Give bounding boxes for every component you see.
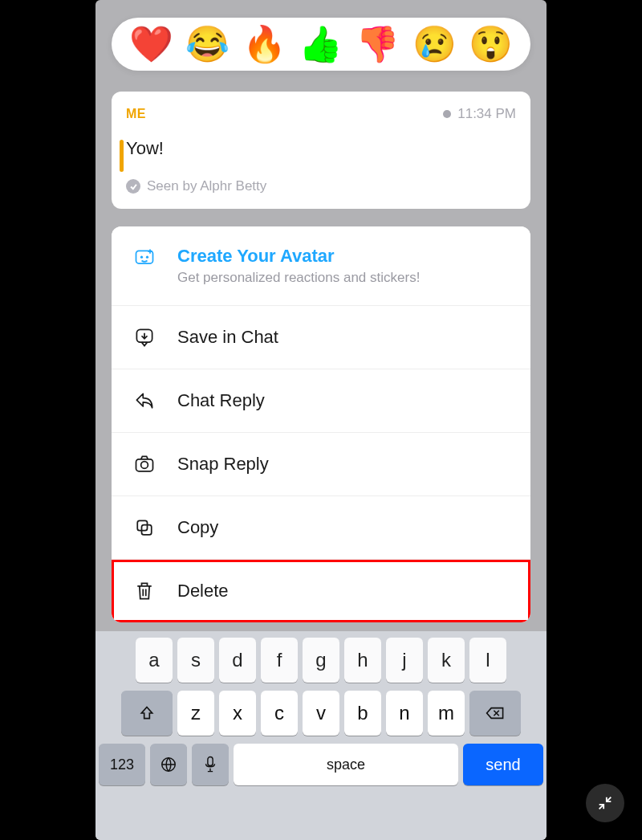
keyboard-row-3: 123 space send xyxy=(99,744,543,785)
keyboard-row-1: a s d f g h j k l xyxy=(99,638,543,683)
message-header: ME 11:34 PM xyxy=(126,106,516,122)
svg-point-5 xyxy=(141,462,148,469)
menu-create-avatar[interactable]: Create Your Avatar Get personalized reac… xyxy=(112,226,530,306)
save-icon xyxy=(132,325,156,349)
collapse-button[interactable] xyxy=(586,784,624,822)
key-m[interactable]: m xyxy=(428,691,465,736)
svg-rect-9 xyxy=(208,757,213,766)
reaction-heart[interactable]: ❤️ xyxy=(129,27,173,62)
avatar-subtitle: Get personalized reactions and stickers! xyxy=(177,270,420,286)
reaction-shocked[interactable]: 😲 xyxy=(469,27,513,62)
menu-label: Delete xyxy=(177,581,229,601)
message-text: Yow! xyxy=(126,138,516,159)
key-backspace[interactable] xyxy=(469,691,521,736)
key-x[interactable]: x xyxy=(219,691,256,736)
avatar-title: Create Your Avatar xyxy=(177,246,420,267)
menu-save-in-chat[interactable]: Save in Chat xyxy=(112,306,530,369)
menu-copy[interactable]: Copy xyxy=(112,496,530,560)
reaction-sad[interactable]: 😢 xyxy=(412,27,457,62)
key-v[interactable]: v xyxy=(303,691,339,736)
time-label: 11:34 PM xyxy=(457,106,516,122)
seen-label: Seen by Alphr Betty xyxy=(147,178,266,194)
key-s[interactable]: s xyxy=(177,638,214,683)
trash-icon xyxy=(132,579,156,603)
reaction-fire[interactable]: 🔥 xyxy=(242,27,286,62)
key-a[interactable]: a xyxy=(136,638,173,683)
avatar-icon xyxy=(132,246,156,270)
key-123[interactable]: 123 xyxy=(99,744,145,785)
menu-delete[interactable]: Delete xyxy=(112,560,530,622)
key-l[interactable]: l xyxy=(469,638,506,683)
key-n[interactable]: n xyxy=(386,691,423,736)
key-j[interactable]: j xyxy=(386,638,423,683)
menu-label: Copy xyxy=(177,517,218,538)
menu-label: Snap Reply xyxy=(177,454,269,475)
menu-label: Save in Chat xyxy=(177,327,278,348)
key-shift[interactable] xyxy=(121,691,173,736)
keyboard: a s d f g h j k l z x c v b n m 123 xyxy=(95,631,547,840)
key-d[interactable]: d xyxy=(219,638,256,683)
key-f[interactable]: f xyxy=(261,638,298,683)
svg-point-2 xyxy=(146,256,148,259)
menu-chat-reply[interactable]: Chat Reply xyxy=(112,369,530,433)
key-h[interactable]: h xyxy=(344,638,381,683)
message-card[interactable]: ME 11:34 PM Yow! Seen by Alphr Betty xyxy=(112,92,530,209)
key-space[interactable]: space xyxy=(234,744,458,785)
status-dot-icon xyxy=(443,110,451,118)
camera-icon xyxy=(132,452,156,476)
key-g[interactable]: g xyxy=(303,638,339,683)
timestamp: 11:34 PM xyxy=(443,106,516,122)
reply-icon xyxy=(132,389,156,413)
context-menu: Create Your Avatar Get personalized reac… xyxy=(112,226,530,622)
key-k[interactable]: k xyxy=(428,638,465,683)
copy-icon xyxy=(132,516,156,540)
reaction-bar: ❤️ 😂 🔥 👍 👎 😢 😲 xyxy=(112,18,530,71)
message-accent-bar xyxy=(120,140,124,172)
reaction-thumbs-down[interactable]: 👎 xyxy=(356,27,400,62)
keyboard-row-2: z x c v b n m xyxy=(99,691,543,736)
key-mic[interactable] xyxy=(192,744,229,785)
menu-snap-reply[interactable]: Snap Reply xyxy=(112,433,530,496)
menu-label: Chat Reply xyxy=(177,390,265,411)
reaction-laugh[interactable]: 😂 xyxy=(185,27,230,62)
svg-point-1 xyxy=(140,256,143,259)
key-z[interactable]: z xyxy=(177,691,214,736)
seen-check-icon xyxy=(126,179,140,194)
phone-screen: ❤️ 😂 🔥 👍 👎 😢 😲 ME 11:34 PM Yow! Seen by … xyxy=(95,0,547,840)
key-send[interactable]: send xyxy=(463,744,543,785)
reaction-thumbs-up[interactable]: 👍 xyxy=(299,27,343,62)
key-b[interactable]: b xyxy=(344,691,381,736)
key-globe[interactable] xyxy=(150,744,187,785)
seen-status: Seen by Alphr Betty xyxy=(126,178,516,194)
sender-label: ME xyxy=(126,107,146,121)
key-c[interactable]: c xyxy=(261,691,298,736)
